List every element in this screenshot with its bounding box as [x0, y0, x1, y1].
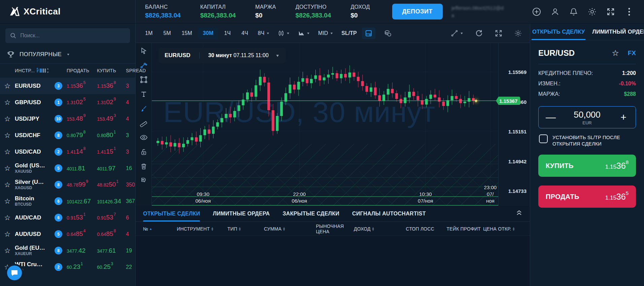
instrument-row[interactable]: ☆ Gold (US…XAUUSD 5 4011.81 4011.97 16 — [0, 160, 135, 176]
chart-symbol-pill[interactable]: EUR/USD 30 минут 07.11.25 11:00 ▼ — [159, 48, 286, 63]
buy-price[interactable]: 48.82501 — [97, 181, 126, 188]
instrument-row[interactable]: ☆ BitcoinBTCUSD 6 101422.67 101426.34 36… — [0, 193, 135, 209]
positions-column[interactable]: ДОХОД▲▼ — [354, 226, 406, 232]
instruments-overlay-button[interactable] — [381, 27, 395, 39]
instrument-row[interactable]: ☆ AUD/CAD 6 0.91531 0.91537 6 — [0, 209, 135, 226]
sell-price[interactable]: 153.489 — [67, 115, 97, 122]
positions-column[interactable]: ТЕЙК ПРОФИТ — [447, 226, 483, 232]
deposit-button[interactable]: ДЕПОЗИТ — [392, 4, 443, 19]
increase-amount-button[interactable]: + — [617, 112, 630, 122]
profile-icon[interactable] — [550, 7, 560, 16]
positions-tab[interactable]: ЗАКРЫТЫЕ СДЕЛКИ — [282, 206, 339, 221]
positions-column[interactable]: ТИП▲▼ — [227, 226, 264, 232]
sell-price[interactable]: 60.231 — [67, 263, 97, 271]
favorite-star-icon[interactable]: ☆ — [0, 181, 15, 189]
chart-fullscreen-button[interactable] — [492, 27, 506, 39]
brush-tool-icon[interactable] — [139, 104, 148, 113]
positions-column[interactable]: РЫНОЧНАЯ ЦЕНА — [316, 223, 354, 234]
notifications-icon[interactable] — [569, 7, 578, 16]
sell-price[interactable]: 0.64854 — [67, 230, 97, 238]
sltp-toggle[interactable]: SL/TP — [338, 28, 360, 38]
cursor-tool-icon[interactable] — [139, 46, 148, 55]
buy-price[interactable]: 1.31029 — [97, 98, 126, 106]
timeframe-1ч[interactable]: 1Ч — [219, 28, 236, 39]
favorite-star-icon[interactable]: ☆ — [0, 131, 15, 139]
draw-line-dropdown[interactable]: ▼ — [448, 28, 467, 39]
text-tool-icon[interactable] — [139, 90, 148, 98]
buy-price[interactable]: 0.80801 — [97, 131, 126, 139]
sort-filter-icon[interactable] — [36, 68, 49, 73]
shape-tool-icon[interactable] — [139, 75, 148, 84]
chart-settings-button[interactable] — [511, 27, 525, 39]
positions-tab[interactable]: ОТКРЫТЫЕ СДЕЛКИ — [143, 206, 200, 221]
timeframe-1m[interactable]: 1M — [140, 28, 157, 39]
instrument-row[interactable]: ☆ EUR/USD 3 1.15365 1.15368 3 — [0, 78, 135, 94]
col-spread[interactable]: SPREAD — [126, 68, 146, 73]
instrument-row[interactable]: ☆ Gold (EU…XAUEUR 8 3477.42 3477.61 19 — [0, 242, 135, 259]
favorite-star-icon[interactable]: ☆ — [0, 115, 15, 123]
amount-value[interactable]: 50,000 — [557, 110, 617, 120]
delete-tool-icon[interactable] — [139, 162, 148, 171]
brand-logo[interactable]: XCritical — [0, 0, 136, 23]
sltp-checkbox-row[interactable]: УСТАНОВИТЬ SL/TP ПОСЛЕ ОТКРЫТИЯ СДЕЛКИ — [539, 134, 635, 147]
sell-price[interactable]: 1.15365 — [67, 82, 97, 89]
favorite-star-icon[interactable]: ☆ — [0, 82, 15, 90]
order-tab[interactable]: ОТКРЫТЬ СДЕЛКУ — [532, 24, 585, 40]
fullscreen-icon[interactable] — [606, 7, 615, 16]
buy-button[interactable]: КУПИТЬ 1.15368 — [538, 155, 636, 177]
more-menu-icon[interactable] — [624, 7, 634, 16]
buy-price[interactable]: 1.15368 — [97, 82, 126, 89]
sell-price[interactable]: 0.91531 — [67, 214, 97, 221]
favorite-star-icon[interactable]: ☆ — [0, 148, 15, 156]
instrument-row[interactable]: ☆ USD/JPY 10 153.489 153.493 4 — [0, 111, 135, 127]
ruler-tool-icon[interactable] — [139, 119, 148, 127]
timeframe-5m[interactable]: 5M — [159, 28, 175, 39]
favorite-star-icon[interactable]: ☆ — [0, 230, 15, 238]
buy-price[interactable]: 60.253 — [97, 263, 126, 271]
decrease-amount-button[interactable]: — — [544, 112, 557, 122]
positions-tab[interactable]: СИГНАЛЫ AUTOCHARTIST — [352, 206, 426, 221]
magnet-tool-icon[interactable] — [139, 176, 148, 185]
sell-price[interactable]: 1.41148 — [67, 148, 97, 155]
sltp-checkbox[interactable] — [539, 134, 548, 143]
settings-icon[interactable] — [587, 7, 597, 16]
buy-price[interactable]: 101426.34 — [97, 198, 126, 205]
chart-type-candles-dropdown[interactable]: ▼ — [275, 28, 293, 39]
favorite-star-icon[interactable]: ☆ — [0, 164, 15, 172]
fx-market-label[interactable]: FX — [628, 49, 636, 57]
favorite-star-icon[interactable]: ☆ — [0, 197, 15, 205]
buy-price[interactable]: 0.64858 — [97, 230, 126, 238]
category-selector[interactable]: ПОПУЛЯРНЫЕ ▼ — [0, 45, 135, 64]
buy-price[interactable]: 1.41151 — [97, 148, 126, 155]
positions-column[interactable]: ИНСТРУМЕНТ▲▼ — [177, 226, 227, 232]
buy-price[interactable]: 4011.97 — [97, 165, 126, 172]
positions-column[interactable]: ЦЕНА ОТКР.▲▼ — [483, 226, 522, 232]
overlay-type-dropdown[interactable]: ▼ — [295, 28, 313, 39]
timeframe-dropdown[interactable]: 8Ч▼ — [255, 28, 273, 38]
lock-tool-icon[interactable] — [139, 148, 148, 156]
candlestick-chart[interactable]: EUR/USD, 30 минут EUR/USD 30 минут 07.11… — [152, 43, 498, 206]
positions-tab[interactable]: ЛИМИТНЫЕ ОРДЕРА — [213, 206, 270, 221]
buy-price[interactable]: 0.91537 — [97, 214, 126, 221]
sell-price[interactable]: 101422.67 — [67, 198, 97, 205]
sell-price[interactable]: 3477.42 — [67, 247, 97, 254]
favorite-star-icon[interactable]: ☆ — [612, 48, 619, 58]
add-account-icon[interactable] — [532, 7, 541, 16]
instrument-row[interactable]: ☆ USD/CAD 2 1.41148 1.41151 3 — [0, 144, 135, 160]
sell-price[interactable]: 0.80798 — [67, 131, 97, 139]
favorite-star-icon[interactable]: ☆ — [0, 214, 15, 222]
panel-layout-button[interactable] — [362, 28, 375, 39]
order-tab[interactable]: ЛИМИТНЫЙ ОРДЕР — [591, 24, 644, 40]
price-axis[interactable]: 1.155691.153601.151511.149421.147331.153… — [498, 43, 530, 206]
price-mode-dropdown[interactable]: MID▼ — [315, 28, 336, 38]
instrument-row[interactable]: ☆ Silver (U…XAGUSD 8 48.78999 48.82501 3… — [0, 176, 135, 193]
instrument-row[interactable]: ☆ AUD/USD 5 0.64854 0.64858 4 — [0, 226, 135, 242]
sell-button[interactable]: ПРОДАТЬ 1.15365 — [538, 186, 636, 208]
positions-column[interactable]: СУММА▲▼ — [264, 226, 316, 232]
favorite-star-icon[interactable]: ☆ — [0, 98, 15, 107]
collapse-panel-icon[interactable] — [516, 209, 522, 218]
timeframe-30m[interactable]: 30M — [198, 28, 218, 39]
chat-button[interactable] — [5, 264, 24, 282]
buy-price[interactable]: 153.493 — [97, 115, 126, 122]
positions-column[interactable]: СТОП ЛОСС — [406, 226, 447, 232]
